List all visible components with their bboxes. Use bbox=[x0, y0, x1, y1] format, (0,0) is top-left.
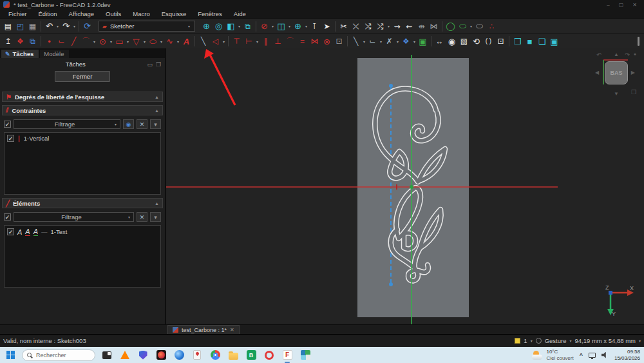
exchange-geometry-icon[interactable]: ⇹ bbox=[415, 20, 428, 32]
rotate-right-icon[interactable]: ↷ bbox=[625, 52, 630, 58]
section-contraintes[interactable]: ⫽ Contraintes ▲ bbox=[2, 105, 163, 115]
constraints-settings-icon[interactable]: ✕ bbox=[137, 119, 147, 129]
task-view-button[interactable] bbox=[100, 348, 113, 362]
origin-point[interactable] bbox=[410, 185, 413, 189]
document-tab[interactable]: test_Carbone : 1* ✕ bbox=[167, 325, 240, 334]
ellipse-validate-icon[interactable]: ⬭ bbox=[457, 20, 469, 32]
new-file-icon[interactable]: ▤ bbox=[2, 20, 14, 32]
dock-panel-icon[interactable]: ❐ bbox=[156, 61, 161, 68]
menu-edition[interactable]: Édition bbox=[33, 10, 63, 17]
view-section-icon[interactable]: ⧉ bbox=[26, 35, 39, 48]
rotate-tool-icon[interactable]: ⟲ bbox=[470, 35, 482, 48]
circle-validate-icon[interactable]: ◯ bbox=[444, 20, 457, 32]
slot-tool-icon[interactable]: ⬭ bbox=[147, 35, 159, 48]
vlc-button[interactable] bbox=[118, 348, 131, 362]
isometric-view-icon[interactable]: ◧ bbox=[225, 20, 237, 32]
tab-modele[interactable]: Modèle bbox=[40, 50, 69, 58]
render-order-caret-icon[interactable]: ▾ bbox=[412, 39, 417, 44]
zoom-tools-caret-icon[interactable]: ▾ bbox=[304, 24, 308, 28]
fermer-button[interactable]: Fermer bbox=[55, 71, 111, 82]
construction-endpoint-top[interactable] bbox=[389, 84, 393, 88]
selection-box-icon[interactable]: ▧ bbox=[458, 35, 470, 48]
nav-sync-dot-icon[interactable]: ● bbox=[634, 52, 636, 56]
layer-color-icon[interactable] bbox=[515, 338, 520, 344]
zoom-fit-all-icon[interactable]: ⊕ bbox=[200, 20, 213, 32]
render-order-icon[interactable]: ❖ bbox=[400, 35, 412, 48]
arc-caret-icon[interactable]: ▾ bbox=[92, 39, 97, 44]
workbench-selector[interactable]: ▰ Sketcher ▾ bbox=[99, 21, 195, 32]
constraints-collapse-icon[interactable]: ▲ bbox=[155, 108, 159, 113]
nav-right-icon[interactable]: ▶ bbox=[631, 70, 635, 75]
mirror-geometry-icon[interactable]: ⋈ bbox=[428, 20, 440, 32]
close-button[interactable]: ✕ bbox=[632, 2, 637, 8]
minimize-button[interactable]: – bbox=[607, 2, 609, 8]
3d-viewport[interactable]: ↶ ▲ ↷ ● ◀ BAS ▶ ▼ ❒ X Y Z bbox=[166, 48, 644, 324]
elements-settings-icon[interactable]: ✕ bbox=[137, 212, 147, 222]
convert-bspline-icon[interactable]: ⇜ bbox=[403, 20, 415, 32]
circle-tool-icon[interactable]: ⊙ bbox=[97, 35, 109, 48]
element-checkbox[interactable]: ✓ bbox=[7, 228, 14, 235]
slicer-button[interactable] bbox=[299, 348, 312, 362]
extend-edge-icon[interactable]: ⤬ bbox=[350, 20, 362, 32]
menu-outils[interactable]: Outils bbox=[100, 10, 127, 17]
construction-endpoint-bottom[interactable] bbox=[389, 282, 393, 286]
measure-icon[interactable]: ⊺ bbox=[308, 20, 321, 32]
menu-fenetres[interactable]: Fenêtres bbox=[192, 10, 228, 17]
text-tool-icon[interactable]: A bbox=[180, 35, 193, 48]
ellipse-tool-icon[interactable]: ⬭ bbox=[473, 20, 486, 32]
float-panel-icon[interactable]: ▭ bbox=[147, 61, 153, 68]
menu-fichier[interactable]: Fichier bbox=[3, 10, 33, 17]
line-style-caret-icon[interactable]: ▾ bbox=[362, 39, 366, 44]
solid-cube-icon[interactable]: ■ bbox=[524, 35, 536, 48]
elements-settings-caret-icon[interactable]: ▾ bbox=[150, 212, 161, 222]
circle-caret-icon[interactable]: ▾ bbox=[109, 39, 113, 44]
convert-arc-icon[interactable]: ⇝ bbox=[391, 20, 403, 32]
refresh-icon[interactable]: ⟳ bbox=[81, 20, 93, 32]
redo-caret-icon[interactable]: ▾ bbox=[72, 24, 77, 28]
wire-cube-icon[interactable]: ❏ bbox=[536, 35, 548, 48]
view-caret-icon[interactable]: ▾ bbox=[237, 24, 242, 28]
nav-up-icon[interactable]: ▲ bbox=[614, 52, 619, 57]
defender-button[interactable] bbox=[137, 348, 149, 362]
view-sketch-icon[interactable]: ❖ bbox=[14, 35, 26, 48]
rotate-left-icon[interactable]: ↶ bbox=[596, 52, 601, 58]
trim-edge-icon[interactable]: ✂ bbox=[337, 20, 350, 32]
undo-caret-icon[interactable]: ▾ bbox=[55, 24, 60, 28]
split-edge-icon[interactable]: ⤭ bbox=[362, 20, 374, 32]
layer-label[interactable]: 1 bbox=[524, 337, 527, 344]
construction-mode-icon[interactable]: ╲ bbox=[197, 35, 209, 48]
bspline-points-icon[interactable]: ∴ bbox=[486, 20, 498, 32]
dimension-caret-icon[interactable]: ▾ bbox=[222, 39, 226, 44]
corner-tool-icon[interactable]: ⊡ bbox=[495, 35, 507, 48]
stop-operation-cube-icon[interactable]: ❒ bbox=[511, 35, 524, 48]
opera-button[interactable] bbox=[263, 348, 276, 362]
polyline-tool-icon[interactable]: ⌙ bbox=[55, 35, 68, 48]
blue-browser-button[interactable] bbox=[173, 348, 185, 362]
navigation-cube[interactable]: ↶ ▲ ↷ ● ◀ BAS ▶ ▼ ❒ bbox=[595, 52, 638, 97]
point-style-icon[interactable]: ⌙ bbox=[366, 35, 379, 48]
perpendicular-constraint-icon[interactable]: ⊥ bbox=[272, 35, 284, 48]
menu-esquisse[interactable]: Esquisse bbox=[156, 10, 193, 17]
start-button[interactable] bbox=[4, 348, 17, 362]
slot-caret-icon[interactable]: ▾ bbox=[159, 39, 164, 44]
join-caret-icon[interactable]: ▾ bbox=[386, 24, 391, 28]
clipping-caret-icon[interactable]: ▾ bbox=[270, 24, 275, 28]
nav-minicube-icon[interactable]: ❒ bbox=[631, 89, 636, 95]
horizontal-distance-icon[interactable]: ⊢ bbox=[243, 35, 255, 48]
maximize-button[interactable]: ▢ bbox=[619, 2, 624, 8]
linear-dimension-icon[interactable]: ↔ bbox=[433, 35, 446, 48]
point-tool-icon[interactable]: • bbox=[43, 35, 55, 48]
distance-caret-icon[interactable]: ▾ bbox=[255, 39, 260, 44]
parallel-constraint-icon[interactable]: ∥ bbox=[260, 35, 272, 48]
nav-down-icon[interactable]: ▼ bbox=[614, 91, 619, 97]
elements-collapse-icon[interactable]: ▲ bbox=[155, 201, 159, 206]
element-row-text[interactable]: ✓ A A A — 1-Text bbox=[6, 227, 159, 237]
line-style-icon[interactable]: ╲ bbox=[350, 35, 362, 48]
save-icon[interactable]: ▦ bbox=[26, 20, 39, 32]
tab-taches[interactable]: ✎ Tâches bbox=[1, 50, 39, 58]
navcube-face[interactable]: BAS bbox=[605, 61, 628, 84]
search-input[interactable] bbox=[35, 351, 90, 359]
constraints-settings-caret-icon[interactable]: ▾ bbox=[150, 119, 161, 129]
grid-toggle-icon[interactable]: ▣ bbox=[417, 35, 429, 48]
dof-collapse-icon[interactable]: ▲ bbox=[155, 95, 159, 99]
